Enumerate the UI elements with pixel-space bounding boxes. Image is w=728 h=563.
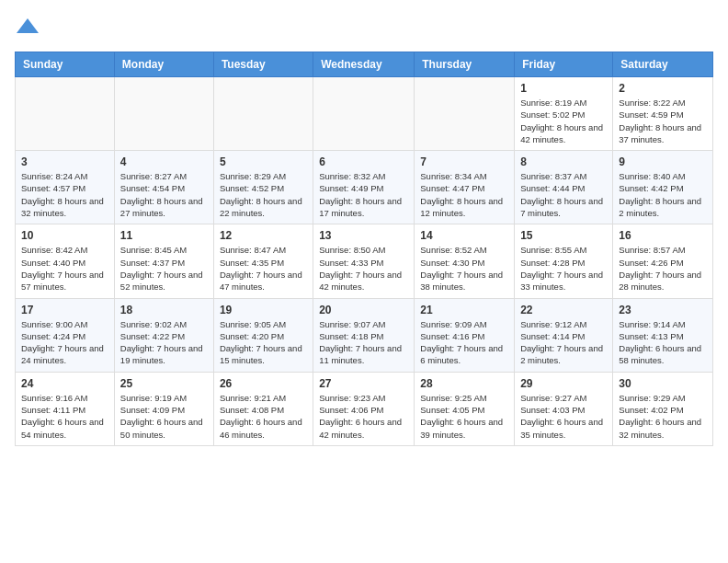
calendar: SundayMondayTuesdayWednesdayThursdayFrid… — [15, 52, 713, 446]
day-header-thursday: Thursday — [415, 52, 515, 77]
day-info: Sunrise: 8:40 AM Sunset: 4:42 PM Dayligh… — [619, 170, 707, 219]
calendar-cell — [415, 77, 515, 151]
day-number: 28 — [420, 377, 508, 390]
day-info: Sunrise: 9:25 AM Sunset: 4:05 PM Dayligh… — [420, 392, 508, 441]
day-info: Sunrise: 8:45 AM Sunset: 4:37 PM Dayligh… — [120, 244, 208, 293]
day-number: 13 — [319, 229, 408, 242]
calendar-week-2: 3Sunrise: 8:24 AM Sunset: 4:57 PM Daylig… — [16, 151, 713, 224]
calendar-cell — [16, 77, 115, 151]
calendar-cell: 8Sunrise: 8:37 AM Sunset: 4:44 PM Daylig… — [515, 151, 613, 224]
logo-icon — [15, 15, 40, 40]
calendar-cell: 22Sunrise: 9:12 AM Sunset: 4:14 PM Dayli… — [515, 298, 613, 372]
day-info: Sunrise: 8:29 AM Sunset: 4:52 PM Dayligh… — [220, 170, 307, 219]
day-info: Sunrise: 9:14 AM Sunset: 4:13 PM Dayligh… — [619, 318, 707, 367]
calendar-week-5: 24Sunrise: 9:16 AM Sunset: 4:11 PM Dayli… — [16, 372, 713, 445]
day-number: 16 — [619, 229, 707, 242]
day-info: Sunrise: 8:32 AM Sunset: 4:49 PM Dayligh… — [319, 170, 408, 219]
calendar-cell: 5Sunrise: 8:29 AM Sunset: 4:52 PM Daylig… — [213, 151, 313, 224]
calendar-cell: 12Sunrise: 8:47 AM Sunset: 4:35 PM Dayli… — [213, 224, 313, 298]
day-number: 20 — [319, 304, 408, 316]
day-info: Sunrise: 9:12 AM Sunset: 4:14 PM Dayligh… — [520, 318, 607, 367]
day-number: 24 — [21, 377, 108, 390]
day-header-saturday: Saturday — [613, 52, 713, 77]
calendar-cell — [114, 77, 213, 151]
day-number: 15 — [520, 229, 607, 242]
day-info: Sunrise: 8:27 AM Sunset: 4:54 PM Dayligh… — [120, 170, 208, 219]
day-info: Sunrise: 8:37 AM Sunset: 4:44 PM Dayligh… — [520, 170, 607, 219]
calendar-cell — [213, 77, 313, 151]
day-info: Sunrise: 8:50 AM Sunset: 4:33 PM Dayligh… — [319, 244, 408, 293]
calendar-cell: 14Sunrise: 8:52 AM Sunset: 4:30 PM Dayli… — [415, 224, 515, 298]
day-number: 17 — [21, 304, 108, 316]
day-number: 27 — [319, 377, 408, 390]
calendar-cell: 25Sunrise: 9:19 AM Sunset: 4:09 PM Dayli… — [114, 372, 213, 445]
day-number: 26 — [220, 377, 307, 390]
day-number: 12 — [220, 229, 307, 242]
day-number: 19 — [220, 304, 307, 316]
day-number: 23 — [619, 304, 707, 316]
calendar-cell: 15Sunrise: 8:55 AM Sunset: 4:28 PM Dayli… — [515, 224, 613, 298]
day-info: Sunrise: 9:00 AM Sunset: 4:24 PM Dayligh… — [21, 318, 108, 367]
calendar-cell: 30Sunrise: 9:29 AM Sunset: 4:02 PM Dayli… — [613, 372, 713, 445]
day-info: Sunrise: 8:34 AM Sunset: 4:47 PM Dayligh… — [420, 170, 508, 219]
day-info: Sunrise: 9:21 AM Sunset: 4:08 PM Dayligh… — [220, 392, 307, 441]
day-info: Sunrise: 9:07 AM Sunset: 4:18 PM Dayligh… — [319, 318, 408, 367]
day-number: 7 — [420, 155, 508, 168]
day-header-monday: Monday — [114, 52, 213, 77]
day-number: 22 — [520, 304, 607, 316]
day-number: 10 — [21, 229, 108, 242]
day-info: Sunrise: 9:16 AM Sunset: 4:11 PM Dayligh… — [21, 392, 108, 441]
day-info: Sunrise: 8:22 AM Sunset: 4:59 PM Dayligh… — [619, 97, 707, 145]
day-header-friday: Friday — [515, 52, 613, 77]
calendar-cell: 10Sunrise: 8:42 AM Sunset: 4:40 PM Dayli… — [16, 224, 115, 298]
calendar-cell: 11Sunrise: 8:45 AM Sunset: 4:37 PM Dayli… — [114, 224, 213, 298]
calendar-cell: 9Sunrise: 8:40 AM Sunset: 4:42 PM Daylig… — [613, 151, 713, 224]
calendar-cell: 29Sunrise: 9:27 AM Sunset: 4:03 PM Dayli… — [515, 372, 613, 445]
calendar-cell: 17Sunrise: 9:00 AM Sunset: 4:24 PM Dayli… — [16, 298, 115, 372]
calendar-cell: 4Sunrise: 8:27 AM Sunset: 4:54 PM Daylig… — [114, 151, 213, 224]
day-info: Sunrise: 8:57 AM Sunset: 4:26 PM Dayligh… — [619, 244, 707, 293]
day-info: Sunrise: 8:24 AM Sunset: 4:57 PM Dayligh… — [21, 170, 108, 219]
day-info: Sunrise: 8:52 AM Sunset: 4:30 PM Dayligh… — [420, 244, 508, 293]
calendar-cell: 1Sunrise: 8:19 AM Sunset: 5:02 PM Daylig… — [515, 77, 613, 151]
calendar-cell: 24Sunrise: 9:16 AM Sunset: 4:11 PM Dayli… — [16, 372, 115, 445]
day-info: Sunrise: 9:29 AM Sunset: 4:02 PM Dayligh… — [619, 392, 707, 441]
day-number: 4 — [120, 155, 208, 168]
calendar-cell: 3Sunrise: 8:24 AM Sunset: 4:57 PM Daylig… — [16, 151, 115, 224]
day-number: 29 — [520, 377, 607, 390]
calendar-week-1: 1Sunrise: 8:19 AM Sunset: 5:02 PM Daylig… — [16, 77, 713, 151]
calendar-cell: 26Sunrise: 9:21 AM Sunset: 4:08 PM Dayli… — [213, 372, 313, 445]
day-info: Sunrise: 9:27 AM Sunset: 4:03 PM Dayligh… — [520, 392, 607, 441]
day-info: Sunrise: 8:19 AM Sunset: 5:02 PM Dayligh… — [520, 97, 607, 145]
calendar-week-3: 10Sunrise: 8:42 AM Sunset: 4:40 PM Dayli… — [16, 224, 713, 298]
calendar-cell: 20Sunrise: 9:07 AM Sunset: 4:18 PM Dayli… — [313, 298, 415, 372]
day-number: 3 — [21, 155, 108, 168]
calendar-cell: 6Sunrise: 8:32 AM Sunset: 4:49 PM Daylig… — [313, 151, 415, 224]
day-info: Sunrise: 9:23 AM Sunset: 4:06 PM Dayligh… — [319, 392, 408, 441]
calendar-week-4: 17Sunrise: 9:00 AM Sunset: 4:24 PM Dayli… — [16, 298, 713, 372]
calendar-cell: 27Sunrise: 9:23 AM Sunset: 4:06 PM Dayli… — [313, 372, 415, 445]
day-number: 25 — [120, 377, 208, 390]
day-number: 5 — [220, 155, 307, 168]
day-info: Sunrise: 9:05 AM Sunset: 4:20 PM Dayligh… — [220, 318, 307, 367]
day-number: 6 — [319, 155, 408, 168]
day-number: 1 — [520, 82, 607, 95]
logo — [15, 15, 44, 40]
day-info: Sunrise: 9:19 AM Sunset: 4:09 PM Dayligh… — [120, 392, 208, 441]
day-number: 9 — [619, 155, 707, 168]
svg-marker-0 — [17, 18, 39, 33]
calendar-cell: 18Sunrise: 9:02 AM Sunset: 4:22 PM Dayli… — [114, 298, 213, 372]
calendar-cell: 21Sunrise: 9:09 AM Sunset: 4:16 PM Dayli… — [415, 298, 515, 372]
day-info: Sunrise: 8:47 AM Sunset: 4:35 PM Dayligh… — [220, 244, 307, 293]
calendar-cell: 19Sunrise: 9:05 AM Sunset: 4:20 PM Dayli… — [213, 298, 313, 372]
calendar-cell: 2Sunrise: 8:22 AM Sunset: 4:59 PM Daylig… — [613, 77, 713, 151]
day-number: 14 — [420, 229, 508, 242]
calendar-cell — [313, 77, 415, 151]
day-info: Sunrise: 9:02 AM Sunset: 4:22 PM Dayligh… — [120, 318, 208, 367]
day-header-tuesday: Tuesday — [213, 52, 313, 77]
calendar-cell: 23Sunrise: 9:14 AM Sunset: 4:13 PM Dayli… — [613, 298, 713, 372]
day-info: Sunrise: 9:09 AM Sunset: 4:16 PM Dayligh… — [420, 318, 508, 367]
day-header-wednesday: Wednesday — [313, 52, 415, 77]
day-number: 30 — [619, 377, 707, 390]
calendar-cell: 28Sunrise: 9:25 AM Sunset: 4:05 PM Dayli… — [415, 372, 515, 445]
